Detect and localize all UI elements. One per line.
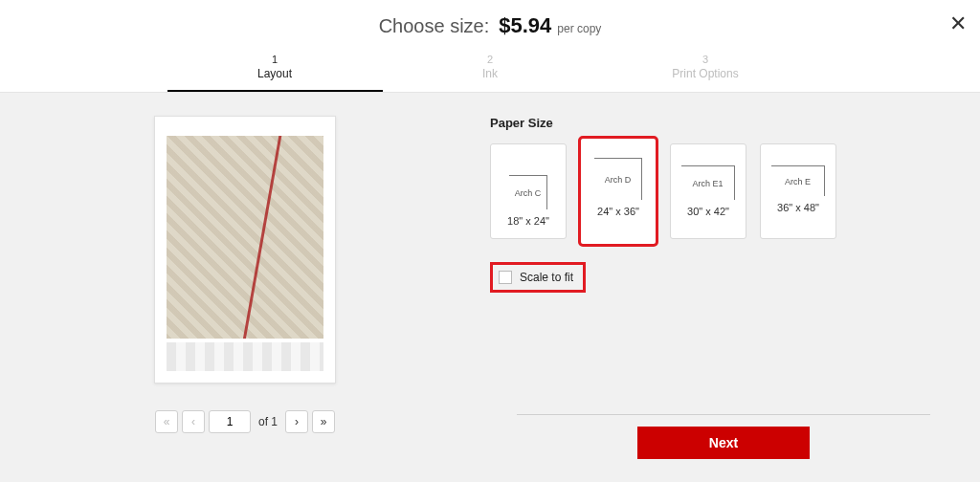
tab-label: Ink (482, 67, 498, 80)
paper-size-label: Paper Size (490, 116, 930, 130)
tab-layout[interactable]: 1 Layout (167, 46, 383, 92)
step-tabs: 1 Layout 2 Ink 3 Print Options (0, 46, 980, 93)
size-thumb: Arch C (509, 175, 547, 209)
pager-first-icon[interactable]: « (155, 410, 178, 433)
pager-page-input[interactable] (209, 410, 251, 433)
tab-num: 3 (598, 54, 813, 65)
tab-label: Print Options (672, 67, 738, 80)
scale-to-fit-label: Scale to fit (520, 271, 573, 284)
page-preview (154, 116, 336, 383)
header-title: Choose size: (379, 15, 490, 37)
size-thumb: Arch E (771, 165, 825, 196)
scale-to-fit-row[interactable]: Scale to fit (490, 262, 586, 293)
tab-num: 1 (167, 54, 383, 65)
size-dim: 24" x 36" (597, 206, 639, 217)
size-dim: 18" x 24" (507, 215, 549, 227)
tab-label: Layout (257, 67, 292, 80)
size-arch-c[interactable]: Arch C 18" x 24" (490, 143, 567, 239)
size-name: Arch E1 (692, 179, 723, 188)
close-icon[interactable]: ✕ (949, 13, 967, 34)
pager: « ‹ of 1 › » (155, 410, 335, 433)
size-arch-d[interactable]: Arch D 24" x 36" (580, 138, 657, 245)
tab-ink[interactable]: 2 Ink (383, 46, 598, 92)
header-per: per copy (557, 22, 601, 35)
preview-map (167, 136, 323, 339)
size-name: Arch E (785, 177, 811, 186)
preview-legend (167, 342, 323, 371)
size-name: Arch D (605, 175, 632, 185)
size-arch-e1[interactable]: Arch E1 30" x 42" (670, 143, 746, 239)
divider (517, 414, 930, 415)
size-name: Arch C (515, 188, 542, 198)
main: « ‹ of 1 › » Paper Size Arch C 18" x 24"… (0, 93, 980, 482)
options-panel: Paper Size Arch C 18" x 24" Arch D 24" x… (490, 93, 980, 482)
header-price: $5.94 (499, 13, 551, 38)
preview-panel: « ‹ of 1 › » (0, 93, 490, 482)
tab-print-options[interactable]: 3 Print Options (598, 46, 813, 92)
size-thumb: Arch D (594, 158, 642, 200)
header: Choose size: $5.94 per copy (0, 0, 980, 46)
size-dim: 30" x 42" (687, 206, 729, 217)
size-dim: 36" x 48" (777, 202, 819, 213)
pager-last-icon[interactable]: » (312, 410, 335, 433)
size-arch-e[interactable]: Arch E 36" x 48" (760, 143, 836, 239)
size-thumb: Arch E1 (681, 165, 735, 200)
pager-next-icon[interactable]: › (285, 410, 308, 433)
footer: Next (517, 414, 930, 459)
paper-size-grid: Arch C 18" x 24" Arch D 24" x 36" Arch E… (490, 138, 930, 245)
next-button[interactable]: Next (637, 427, 810, 459)
pager-prev-icon[interactable]: ‹ (182, 410, 205, 433)
pager-of-label: of 1 (255, 415, 281, 428)
scale-to-fit-checkbox[interactable] (499, 271, 512, 284)
tab-num: 2 (383, 54, 598, 65)
